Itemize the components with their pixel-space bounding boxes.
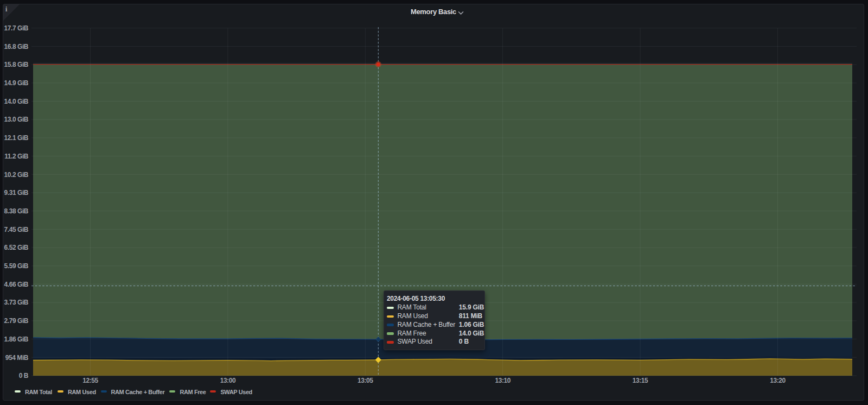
svg-text:13:00: 13:00 (220, 377, 236, 384)
svg-text:8.38 GiB: 8.38 GiB (4, 207, 29, 215)
svg-text:5.59 GiB: 5.59 GiB (4, 262, 29, 270)
svg-text:9.31 GiB: 9.31 GiB (4, 189, 29, 197)
svg-text:6.52 GiB: 6.52 GiB (4, 244, 29, 251)
svg-text:954 MiB: 954 MiB (5, 354, 29, 362)
svg-text:13:05: 13:05 (358, 377, 373, 384)
svg-text:17.7 GiB: 17.7 GiB (4, 24, 29, 32)
svg-text:4.66 GiB: 4.66 GiB (4, 281, 29, 288)
svg-text:12.1 GiB: 12.1 GiB (4, 134, 29, 142)
svg-text:1.86 GiB: 1.86 GiB (4, 336, 29, 343)
svg-text:11.2 GiB: 11.2 GiB (4, 153, 29, 160)
svg-text:0 B: 0 B (19, 372, 29, 379)
svg-text:13.0 GiB: 13.0 GiB (4, 116, 29, 123)
svg-text:12:55: 12:55 (82, 377, 98, 384)
svg-text:7.45 GiB: 7.45 GiB (4, 226, 29, 233)
svg-text:13:10: 13:10 (495, 377, 510, 384)
svg-text:15.8 GiB: 15.8 GiB (4, 61, 29, 68)
svg-text:3.73 GiB: 3.73 GiB (4, 299, 29, 306)
svg-text:10.2 GiB: 10.2 GiB (4, 171, 29, 179)
svg-text:14.9 GiB: 14.9 GiB (4, 79, 29, 87)
svg-text:2.79 GiB: 2.79 GiB (4, 317, 29, 325)
svg-text:16.8 GiB: 16.8 GiB (4, 43, 29, 50)
svg-text:13:15: 13:15 (633, 377, 648, 384)
svg-text:13:20: 13:20 (770, 377, 786, 384)
svg-text:14.0 GiB: 14.0 GiB (4, 98, 29, 105)
